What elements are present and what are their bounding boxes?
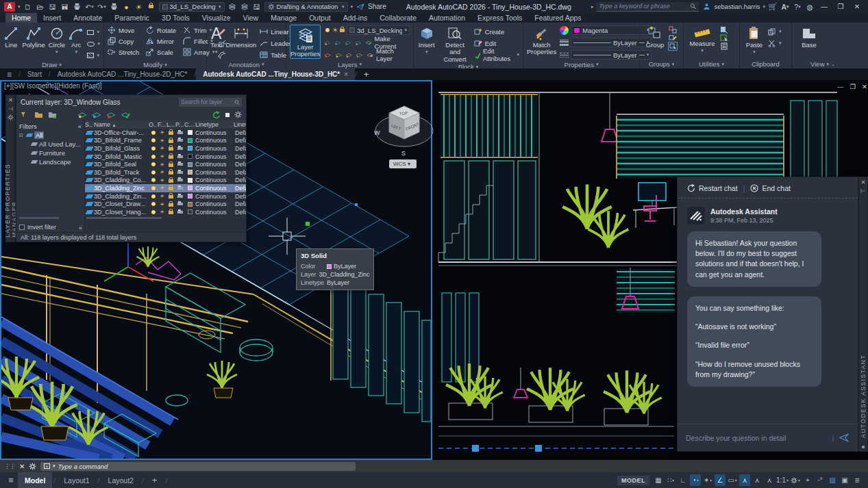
layer-search-input[interactable] [181, 99, 232, 105]
group-button[interactable]: Group [643, 25, 667, 49]
groups-panel-label[interactable]: Groups▾ [640, 60, 683, 68]
tab-home[interactable]: Home [5, 13, 37, 23]
layer-row[interactable]: 3D_Closet_Draw...☀ContinuousDefa... [85, 200, 246, 208]
tab-express-tools[interactable]: Express Tools [471, 13, 528, 23]
measure-button[interactable]: Measure▾ [687, 25, 717, 53]
layout2-tab[interactable]: Layout2 [101, 472, 140, 488]
layer-tool-icon[interactable] [334, 40, 341, 46]
annotation-scale-icon[interactable]: ⋏ [764, 474, 775, 486]
save-icon[interactable]: 🖫 [48, 1, 58, 12]
quick-select-icon[interactable] [720, 34, 728, 42]
user-icon[interactable] [702, 1, 711, 12]
tab-manage[interactable]: Manage [264, 13, 303, 23]
filter-all[interactable]: ⊟All [19, 131, 84, 140]
assistant-question-input[interactable] [686, 434, 827, 442]
palette-close-icon[interactable]: ✕ [8, 97, 13, 103]
layer-thaw-icon[interactable]: ☀ [332, 27, 338, 34]
filters-collapse-icon[interactable]: « [78, 123, 82, 130]
viewcube[interactable]: W S TOP LEFT FRONT WCS ▾ [371, 94, 437, 170]
undo-button[interactable]: ↶▾ [85, 1, 95, 12]
layer-row-selected[interactable]: 3D_Cladding_Zinc☀ContinuousDefa... [85, 184, 246, 192]
qat-layer-dropdown[interactable]: 3d_LS_Decking ▾ [159, 2, 225, 12]
layer-tool-icon[interactable] [345, 40, 351, 46]
filter-all-used[interactable]: All Used Lay... [19, 140, 84, 149]
tab-output[interactable]: Output [303, 13, 337, 23]
tab-featured-apps[interactable]: Featured Apps [528, 13, 587, 23]
arc-button[interactable]: Arc▾ [69, 25, 84, 55]
restart-chat-button[interactable]: Restart chat [687, 184, 738, 192]
layers-panel-label[interactable]: Layers▾ [286, 60, 413, 68]
copy-button[interactable]: Copy [108, 36, 139, 47]
layer-tool-icon[interactable] [345, 52, 352, 58]
file-tab-menu-icon[interactable]: ≡ [0, 68, 18, 80]
tab-visualize[interactable]: Visualize [196, 13, 237, 23]
notifications-icon[interactable]: ◍ [805, 1, 815, 12]
layer-thaw-sun-icon[interactable]: ☀ [134, 1, 144, 12]
base-button[interactable]: Base [795, 25, 823, 49]
graphics-performance-icon[interactable]: ▨ [827, 474, 838, 486]
app-menu-chevron-icon[interactable]: ▾ [18, 4, 21, 10]
match-layer-button[interactable]: Match Layer [367, 49, 410, 60]
filters-hscroll[interactable] [19, 217, 59, 219]
cut-clip-icon[interactable] [768, 40, 776, 47]
tab-automation[interactable]: Automation [423, 13, 471, 23]
layer-row[interactable]: 3D_Closet_Hang...☀ContinuousDefa... [85, 208, 246, 216]
stretch-button[interactable]: Stretch [108, 47, 139, 57]
match-properties-button[interactable]: Match Properties [527, 25, 556, 56]
model-space-toggle[interactable]: MODEL [617, 476, 649, 485]
end-chat-button[interactable]: End chat [750, 184, 790, 192]
group-select-icon[interactable] [669, 42, 677, 50]
model-tab[interactable]: Model [18, 472, 52, 488]
group-edit-icon[interactable] [669, 34, 677, 42]
layer-row[interactable]: 3D_Bifold_Frame☀ContinuousDefa... [85, 137, 246, 145]
search-input[interactable] [599, 3, 687, 10]
layer-row[interactable]: 3D-Office-Chair-...☀ContinuousDefa... [85, 129, 246, 137]
utilities-panel-label[interactable]: Utilities▾ [684, 60, 739, 68]
new-layout-button[interactable]: + [145, 472, 164, 488]
copy-clip-icon[interactable] [768, 28, 776, 36]
layer-row[interactable]: 3D_Bifold_Glass☀ContinuousDefa... [85, 144, 246, 153]
workspace-switching-icon[interactable]: ▾ [790, 474, 801, 486]
line-button[interactable]: Line [3, 25, 18, 49]
doc-restore-icon[interactable]: ❐ [850, 83, 856, 90]
annotation-visibility-toggle[interactable]: ⋏ [739, 474, 750, 486]
autodesk-a-icon[interactable]: A▾ [780, 1, 790, 12]
restore-button[interactable]: ❐ [834, 1, 847, 12]
palette-properties-icon[interactable] [8, 114, 14, 121]
save-layer-icon[interactable]: 🖫 [252, 1, 262, 12]
tab-insert[interactable]: Insert [37, 13, 67, 23]
scale-dropdown[interactable]: 1:1▾ [776, 474, 789, 486]
quick-calc-icon[interactable] [720, 42, 728, 50]
layer-state-icon[interactable] [240, 1, 249, 12]
paste-button[interactable]: Paste▾ [743, 25, 765, 55]
workspace-dropdown[interactable]: Drafting & Annotation ▾ [264, 2, 348, 12]
layer-row[interactable]: 3D_Bifold_Mastic☀ContinuousDefa... [85, 153, 246, 161]
isodraft-toggle[interactable]: ✶▾ [702, 474, 713, 486]
assistant-close-icon[interactable]: ✕ [860, 179, 865, 185]
text-button[interactable]: A Text▾ [210, 25, 222, 55]
layer-tool-icon[interactable] [324, 40, 331, 46]
grid-toggle[interactable]: ▦ [653, 474, 664, 486]
hatch-button[interactable]: ▾ [87, 50, 100, 61]
layout1-tab[interactable]: Layout1 [57, 472, 96, 488]
clipboard-panel-label[interactable]: Clipboard [740, 60, 791, 68]
tab-3d-tools[interactable]: 3D Tools [156, 13, 196, 23]
share-icon[interactable] [356, 1, 365, 12]
layer-row[interactable]: 3D_Bifold_Track☀ContinuousDefa... [85, 168, 246, 177]
user-name[interactable]: sebastian.harris [714, 3, 760, 10]
layer-tool-icon[interactable] [355, 40, 362, 46]
tab-add-ins[interactable]: Add-ins [337, 13, 374, 23]
tab-annotate[interactable]: Annotate [67, 13, 108, 23]
tab-collaborate[interactable]: Collaborate [373, 13, 423, 23]
file-tab-close-icon[interactable]: × [344, 70, 348, 78]
filter-landscape[interactable]: Landscape [19, 157, 84, 166]
invert-collapse-icon[interactable]: « [79, 224, 82, 231]
new-layer-vp-frozen-icon[interactable] [92, 112, 101, 118]
layer-row[interactable]: 3D_Cladding_Co...☀ContinuousDefa... [85, 177, 246, 185]
file-tab-start[interactable]: Start [21, 68, 49, 80]
layer-tool-icon[interactable] [227, 1, 237, 12]
print-icon[interactable] [110, 1, 119, 12]
linetype-icon[interactable] [560, 53, 569, 57]
edit-attributes-button[interactable]: Edit Attributes▾ [474, 49, 519, 60]
new-group-filter-icon[interactable] [34, 111, 43, 118]
